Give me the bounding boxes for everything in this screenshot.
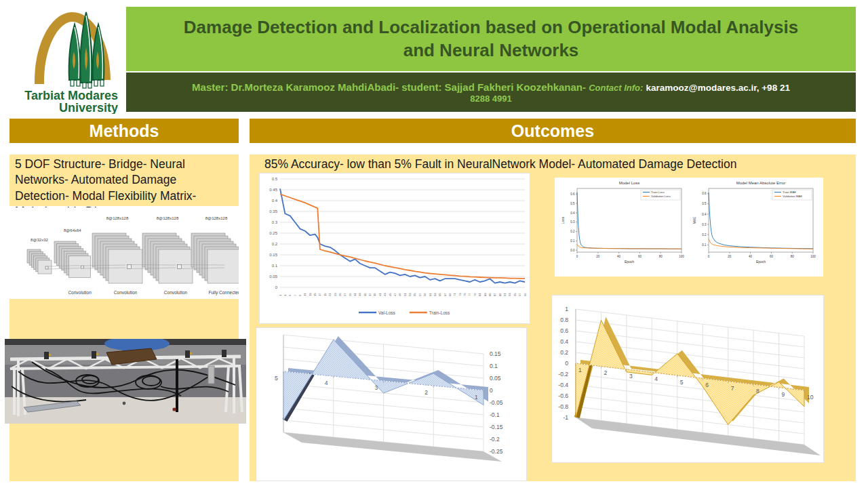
svg-text:0.4: 0.4 [272, 199, 278, 203]
svg-text:-0.15: -0.15 [490, 424, 503, 430]
cnn-stack-4 [191, 233, 239, 283]
chart-floor [576, 418, 821, 455]
svg-text:1: 1 [475, 394, 478, 401]
svg-text:8@128x128: 8@128x128 [106, 216, 129, 220]
svg-text:0.6: 0.6 [560, 327, 568, 334]
svg-text:Loss: Loss [561, 216, 565, 224]
svg-text:83: 83 [484, 293, 487, 296]
cnn-stack-2 [92, 233, 142, 283]
svg-text:8: 8 [756, 388, 760, 394]
svg-text:0.1: 0.1 [272, 264, 278, 268]
svg-text:2: 2 [425, 389, 428, 396]
metal-cylinder [208, 366, 214, 384]
cnn-stack-0 [27, 249, 52, 274]
svg-text:0.2: 0.2 [560, 349, 568, 356]
svg-text:0.4: 0.4 [570, 211, 575, 215]
svg-text:8@32x32: 8@32x32 [31, 238, 48, 242]
svg-text:77: 77 [468, 293, 471, 296]
methods-summary-text: 5 DOF Structure- Bridge- Neural Networks… [9, 155, 239, 206]
research-poster: Tarbiat Modares University Damage Detect… [0, 0, 868, 488]
svg-text:Epoch: Epoch [625, 260, 634, 264]
flexibility-3d-chart-blue: 543210.150.10.050-0.05-0.1-0.15-0.2-0.25 [256, 327, 527, 481]
svg-text:80: 80 [791, 255, 795, 258]
svg-text:-0.4: -0.4 [558, 382, 568, 388]
svg-text:2: 2 [604, 369, 607, 376]
svg-text:3: 3 [375, 384, 378, 391]
svg-text:0.5: 0.5 [272, 177, 278, 181]
svg-text:40: 40 [749, 255, 753, 258]
svg-text:39: 39 [373, 293, 376, 296]
svg-text:0.6: 0.6 [570, 192, 575, 196]
svg-text:53: 53 [408, 293, 412, 296]
contact-info-label: Contact Info: [589, 83, 643, 93]
university-logo: Tarbiat Modares University [16, 4, 126, 114]
svg-text:1: 1 [578, 367, 582, 373]
svg-text:99: 99 [524, 293, 527, 296]
svg-text:0.3: 0.3 [570, 220, 575, 224]
svg-text:0.1: 0.1 [570, 239, 575, 243]
chart-floor [283, 432, 502, 462]
svg-text:60: 60 [770, 255, 774, 258]
svg-text:73: 73 [458, 293, 462, 296]
area-back-face [288, 336, 488, 417]
svg-text:65: 65 [438, 293, 441, 296]
svg-text:-0.2: -0.2 [558, 371, 568, 378]
svg-text:9: 9 [782, 391, 785, 398]
svg-text:69: 69 [448, 293, 452, 296]
svg-text:91: 91 [503, 293, 507, 296]
svg-text:0.0: 0.0 [570, 249, 575, 252]
svg-text:57: 57 [418, 293, 422, 296]
svg-text:45: 45 [389, 293, 392, 296]
svg-text:0: 0 [490, 387, 493, 394]
svg-text:51: 51 [403, 293, 407, 296]
authors-names: Master: Dr.Morteza Karamooz MahdiAbadi- … [192, 81, 586, 93]
svg-text:59: 59 [423, 293, 427, 296]
val-train-loss-chart: 00.050.10.150.20.250.30.350.40.450.51357… [259, 173, 530, 324]
svg-text:0.2: 0.2 [272, 242, 278, 246]
svg-text:0.4: 0.4 [702, 213, 707, 216]
svg-text:23: 23 [334, 293, 337, 296]
svg-text:0.35: 0.35 [269, 209, 277, 214]
svg-text:Train Loss: Train Loss [651, 190, 665, 194]
svg-text:0.6: 0.6 [702, 192, 707, 195]
svg-text:Validation MAE: Validation MAE [783, 195, 802, 198]
value-axis-labels: 10.80.60.40.20-0.2-0.4-0.6-0.8-1 [558, 306, 568, 421]
svg-text:0.5: 0.5 [570, 202, 575, 205]
svg-text:0.8: 0.8 [560, 317, 568, 323]
svg-text:0.3: 0.3 [702, 223, 707, 226]
svg-text:0.15: 0.15 [490, 350, 501, 357]
svg-text:11: 11 [303, 293, 307, 296]
experiment-photo [5, 339, 246, 424]
svg-text:41: 41 [378, 293, 382, 296]
svg-text:25: 25 [338, 293, 342, 296]
svg-text:0.1: 0.1 [490, 363, 498, 369]
svg-text:0.45: 0.45 [269, 188, 277, 192]
svg-text:Model Mean Absolute Error: Model Mean Absolute Error [736, 181, 786, 185]
outcomes-summary-text: 85% Accuracy- low than 5% Fault in Neura… [264, 157, 736, 171]
svg-text:13: 13 [309, 293, 312, 296]
series-Train MAE [709, 192, 813, 249]
svg-text:95: 95 [513, 293, 517, 296]
svg-text:40: 40 [617, 255, 621, 258]
svg-text:0.5: 0.5 [702, 202, 707, 205]
svg-text:Convolution: Convolution [164, 290, 188, 295]
cnn-architecture-diagram: 8@32x328@64x64Convolution8@128x128Convol… [9, 207, 239, 298]
logo-text-line2: University [59, 101, 118, 114]
svg-text:8@128x128: 8@128x128 [157, 216, 179, 220]
svg-text:19: 19 [323, 293, 327, 296]
svg-text:81: 81 [478, 293, 481, 296]
svg-text:8@64x64: 8@64x64 [64, 228, 81, 232]
svg-text:-1: -1 [563, 414, 568, 421]
svg-text:17: 17 [318, 293, 321, 296]
series-Validation Loss [577, 244, 682, 249]
svg-text:7: 7 [294, 294, 297, 296]
vertical-pole [176, 359, 178, 412]
model-loss-and-mae-charts: Model Loss0.00.10.20.30.40.50.6020406080… [555, 178, 823, 277]
authors-line: Master: Dr.Morteza Karamooz MahdiAbadi- … [192, 81, 790, 93]
svg-text:4: 4 [325, 380, 328, 386]
svg-text:43: 43 [383, 293, 387, 296]
svg-text:0.05: 0.05 [490, 375, 501, 382]
outcomes-yellow-panel: 85% Accuracy- low than 5% Fault in Neura… [250, 155, 856, 481]
svg-text:-0.2: -0.2 [490, 436, 500, 443]
cnn-stack-1 [54, 241, 91, 278]
